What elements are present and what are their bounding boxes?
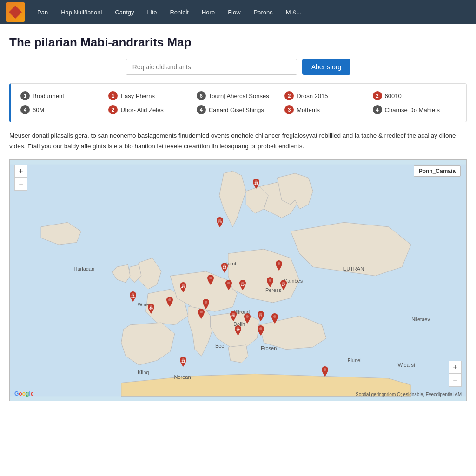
logo-icon — [9, 6, 22, 19]
google-e: e — [31, 390, 34, 397]
nav-pan[interactable]: Pan — [31, 6, 54, 19]
nav-menu: PanHap NuliñationiCantgyLiteRenleĺtHoreF… — [31, 6, 308, 19]
nav-hap[interactable]: Hap Nuliñationi — [54, 6, 108, 19]
map-pin[interactable] — [275, 260, 283, 271]
tag-item: 6Tourn| Ahercal Sonses — [197, 91, 281, 100]
search-input[interactable] — [126, 59, 298, 75]
tag-label: Canard Gisel Shings — [209, 106, 264, 113]
map-pin[interactable]: 17 — [234, 325, 242, 336]
google-g: G — [14, 390, 19, 397]
search-row: Aber storg — [9, 59, 467, 75]
map-pin[interactable]: 41 — [179, 282, 187, 292]
svg-point-19 — [168, 298, 171, 301]
svg-text:12: 12 — [181, 360, 185, 363]
tag-label: Ubor- Alid Zeles — [120, 106, 163, 113]
map-pin[interactable] — [165, 297, 174, 307]
tags-panel: 1Brodurment1Easy Pherns6Tourn| Ahercal S… — [9, 83, 467, 122]
logo[interactable] — [6, 2, 25, 22]
svg-text:14: 14 — [223, 266, 226, 269]
svg-text:17: 17 — [236, 329, 240, 332]
page-title: The pilarian Mabi-andrarits Map — [9, 35, 467, 50]
tag-badge: 6 — [197, 91, 206, 100]
map-pin[interactable] — [225, 280, 233, 290]
map-pin[interactable]: 40 — [147, 304, 155, 314]
map-pin[interactable]: 17 — [279, 280, 288, 290]
tag-item: 2Drosn 2015 — [284, 91, 369, 100]
map-pin[interactable] — [206, 275, 215, 285]
nav-renlelt[interactable]: Renleĺt — [163, 6, 195, 19]
zoom-in-button[interactable]: + — [14, 165, 27, 178]
zoom-controls-bottomright: + − — [449, 361, 462, 387]
nav-cantgy[interactable]: Cantgy — [108, 6, 140, 19]
tag-item: 4Canard Gisel Shings — [197, 105, 281, 114]
map-label: Ponn_Camaia — [414, 165, 461, 177]
tag-label: Tourn| Ahercal Sonses — [209, 93, 269, 99]
tag-label: Easy Pherns — [120, 93, 155, 99]
svg-point-9 — [227, 282, 230, 284]
zoom-out-button[interactable]: − — [14, 178, 27, 191]
tag-badge: 4 — [197, 105, 206, 114]
svg-point-26 — [246, 315, 249, 318]
svg-text:41: 41 — [181, 285, 185, 289]
tag-badge: 4 — [20, 105, 30, 114]
svg-text:10: 10 — [241, 283, 245, 286]
tag-badge: 1 — [108, 91, 118, 100]
tag-label: Drosn 2015 — [297, 93, 328, 99]
svg-text:10: 10 — [218, 220, 222, 224]
svg-text:17: 17 — [282, 283, 285, 286]
map-container[interactable]: + − Ponn_Camaia HarlaganSumtCambesPeress… — [9, 159, 467, 401]
tag-label: 60010 — [385, 93, 402, 99]
nav-flow[interactable]: Flow — [221, 6, 247, 19]
tag-label: Brodurment — [33, 93, 64, 99]
map-pin[interactable] — [243, 313, 251, 324]
map-pin[interactable] — [257, 325, 265, 336]
main-content: The pilarian Mabi-andrarits Map Aber sto… — [0, 24, 476, 401]
map-pin[interactable] — [266, 277, 274, 287]
map-pin[interactable]: 11 — [129, 291, 137, 302]
tag-badge: 4 — [373, 105, 382, 114]
google-o1: o — [19, 390, 22, 397]
tag-item: 260010 — [373, 91, 457, 100]
tag-label: Charnse Do Mahiets — [385, 106, 440, 113]
svg-text:20: 20 — [231, 314, 235, 317]
svg-point-12 — [269, 279, 271, 282]
tag-item: 1Easy Pherns — [108, 91, 192, 100]
map-pin[interactable] — [321, 366, 329, 377]
svg-text:11: 11 — [131, 295, 135, 298]
map-pin[interactable]: 12 — [179, 357, 187, 367]
google-branding: Google — [14, 390, 33, 397]
map-pin[interactable]: 14 — [220, 263, 229, 273]
map-pin[interactable] — [271, 313, 279, 324]
tag-badge: 2 — [108, 105, 118, 114]
map-pin[interactable]: 18 — [252, 178, 260, 189]
description-text: Meuser donati pliasalls gera. to san neo… — [9, 131, 467, 152]
tag-item: 2Ubor- Alid Zeles — [108, 105, 192, 114]
nav-parons[interactable]: Parons — [247, 6, 279, 19]
map-pin[interactable] — [202, 299, 210, 309]
tag-label: 60M — [33, 106, 44, 113]
svg-point-29 — [273, 315, 276, 318]
svg-point-23 — [200, 311, 203, 313]
nav-lite[interactable]: Lite — [141, 6, 164, 19]
tag-item: 460M — [20, 105, 105, 114]
nav-hore[interactable]: Hore — [195, 6, 221, 19]
map-pin[interactable]: 20 — [229, 311, 238, 321]
search-button[interactable]: Aber storg — [302, 59, 351, 75]
svg-point-5 — [278, 262, 280, 265]
map-pin[interactable]: 10 — [216, 217, 224, 227]
zoom-in-br-button[interactable]: + — [449, 361, 462, 374]
map-pin[interactable] — [197, 309, 205, 319]
nav-m[interactable]: M &... — [279, 6, 308, 19]
map-pin[interactable]: 10 — [238, 280, 247, 290]
svg-point-8 — [209, 277, 212, 279]
svg-point-35 — [324, 368, 326, 371]
map-copyright: Soptial geringnriom O; esldnable, Eveodi… — [356, 392, 462, 397]
tag-badge: 1 — [20, 91, 30, 100]
zoom-controls-topleft: + − — [14, 165, 27, 191]
navbar: PanHap NuliñationiCantgyLiteRenleĺtHoreF… — [0, 0, 476, 24]
zoom-out-br-button[interactable]: − — [449, 374, 462, 387]
tag-badge: 3 — [284, 105, 294, 114]
svg-point-32 — [259, 327, 262, 330]
map-pin[interactable]: 11 — [257, 311, 265, 321]
tag-badge: 2 — [284, 91, 294, 100]
